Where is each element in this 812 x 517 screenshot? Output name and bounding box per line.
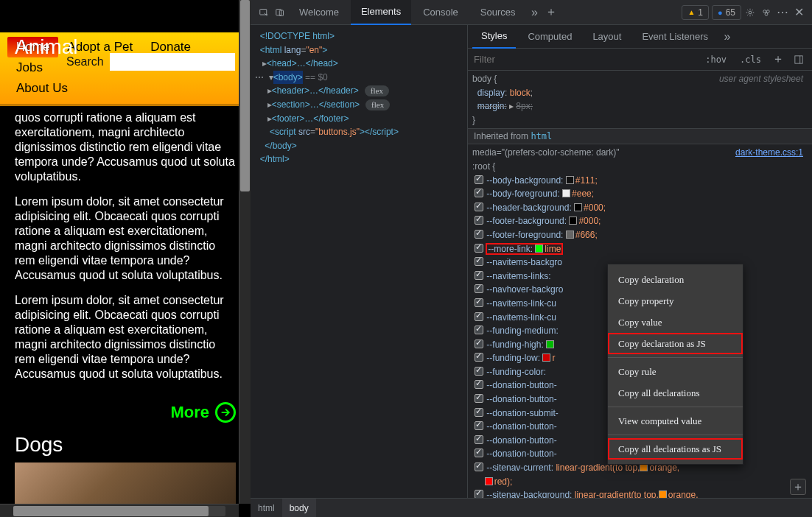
styles-tab-listeners[interactable]: Event Listeners bbox=[633, 25, 717, 49]
prop-checkbox[interactable] bbox=[475, 435, 483, 444]
prop-checkbox[interactable] bbox=[475, 203, 483, 211]
inspect-icon[interactable] bbox=[256, 5, 271, 20]
prop-checkbox[interactable] bbox=[475, 175, 483, 184]
ctx-copy-declaration[interactable]: Copy declaration bbox=[608, 269, 743, 290]
devtools-tabs: Welcome Elements Console Sources » ＋ 1 6… bbox=[251, 0, 812, 25]
crumb-body[interactable]: body bbox=[282, 499, 316, 518]
more-link[interactable]: More bbox=[0, 402, 251, 423]
ua-stylesheet-label: user agent stylesheet bbox=[719, 72, 803, 86]
paragraph: quos corrupti ratione a aliquam est exer… bbox=[15, 110, 236, 184]
add-rule-button[interactable]: ＋ bbox=[790, 479, 806, 495]
flex-badge[interactable]: flex bbox=[365, 85, 389, 96]
prop-checkbox[interactable] bbox=[475, 298, 483, 307]
styles-filter-input[interactable] bbox=[474, 54, 696, 65]
svg-point-4 bbox=[763, 10, 766, 13]
gear-icon[interactable] bbox=[743, 5, 757, 20]
dom-html-close: </html> bbox=[260, 154, 290, 164]
prop-checkbox[interactable] bbox=[475, 449, 483, 457]
devtools: Welcome Elements Console Sources » ＋ 1 6… bbox=[251, 0, 812, 517]
dom-body[interactable]: <body> bbox=[273, 72, 303, 82]
arrow-right-icon bbox=[215, 402, 236, 423]
nav-jobs[interactable]: Jobs bbox=[7, 57, 52, 78]
svg-rect-7 bbox=[795, 55, 802, 63]
cls-toggle[interactable]: .cls bbox=[736, 53, 765, 66]
svg-point-6 bbox=[765, 13, 768, 15]
section-heading: Dogs bbox=[0, 423, 251, 460]
kebab-icon[interactable]: ⋯ bbox=[775, 5, 790, 20]
flex-badge[interactable]: flex bbox=[365, 99, 390, 110]
tab-elements[interactable]: Elements bbox=[351, 0, 411, 25]
device-icon[interactable] bbox=[273, 5, 287, 20]
hov-toggle[interactable]: :hov bbox=[701, 53, 730, 66]
prop-checkbox[interactable] bbox=[475, 353, 483, 362]
prop-checkbox[interactable] bbox=[475, 216, 483, 225]
rule-selector[interactable]: body { bbox=[472, 74, 497, 84]
prop-checkbox[interactable] bbox=[475, 312, 483, 321]
vertical-scrollbar[interactable] bbox=[239, 0, 251, 504]
inherited-separator: Inherited from html bbox=[468, 128, 812, 144]
prop-checkbox[interactable] bbox=[475, 230, 483, 239]
page-preview: Animal Search Home Adopt a Pet Donate Jo… bbox=[0, 0, 251, 517]
prop-checkbox[interactable] bbox=[475, 408, 483, 417]
prop-checkbox[interactable] bbox=[475, 394, 483, 403]
styles-tab-layout[interactable]: Layout bbox=[584, 25, 630, 49]
highlighted-declaration[interactable]: --more-link: lime bbox=[486, 244, 562, 254]
val-margin[interactable]: 8px; bbox=[516, 101, 533, 111]
close-icon[interactable]: ✕ bbox=[791, 5, 806, 20]
styles-sidebar: Styles Computed Layout Event Listeners »… bbox=[468, 25, 812, 517]
prop-checkbox[interactable] bbox=[475, 257, 483, 266]
stylesheet-link[interactable]: dark-theme.css:1 bbox=[735, 146, 803, 160]
ctx-copy-declaration-js[interactable]: Copy declaration as JS bbox=[608, 333, 743, 354]
dom-selected-ref: == $0 bbox=[305, 72, 328, 82]
media-query: media="(prefers-color-scheme: dark)" bbox=[472, 147, 620, 158]
nav-about[interactable]: About Us bbox=[7, 78, 77, 99]
prop-checkbox[interactable] bbox=[475, 271, 483, 280]
rule-selector[interactable]: :root { bbox=[472, 161, 495, 172]
prop-checkbox[interactable] bbox=[475, 367, 483, 376]
ctx-copy-property[interactable]: Copy property bbox=[608, 290, 743, 312]
search-input[interactable] bbox=[110, 53, 235, 71]
breadcrumb: html body bbox=[251, 498, 812, 517]
rule-close: } bbox=[472, 115, 475, 125]
elements-tree[interactable]: <!DOCTYPE html> <html lang="en"> ▸<head>… bbox=[251, 25, 468, 517]
more-tabs-icon[interactable]: » bbox=[720, 29, 735, 44]
prop-checkbox[interactable] bbox=[475, 244, 483, 253]
prop-checkbox[interactable] bbox=[475, 380, 483, 389]
dom-section[interactable]: <section>…</section> bbox=[272, 99, 360, 110]
panel-layout-icon[interactable] bbox=[791, 52, 806, 67]
site-content: quos corrupti ratione a aliquam est exer… bbox=[0, 106, 251, 399]
styles-tab-computed[interactable]: Computed bbox=[519, 25, 581, 49]
prop-checkbox[interactable] bbox=[475, 189, 483, 197]
horizontal-scrollbar[interactable] bbox=[0, 504, 239, 517]
search-label: Search bbox=[66, 55, 104, 68]
more-tabs-icon[interactable]: » bbox=[528, 5, 542, 20]
crumb-html[interactable]: html bbox=[251, 499, 282, 518]
tab-console[interactable]: Console bbox=[413, 0, 469, 25]
ctx-copy-all-declarations-js[interactable]: Copy all declarations as JS bbox=[608, 438, 743, 460]
dom-footer[interactable]: <footer>…</footer> bbox=[272, 113, 349, 124]
svg-point-3 bbox=[749, 11, 752, 14]
info-badge[interactable]: 65 bbox=[712, 5, 741, 20]
prop-checkbox[interactable] bbox=[475, 340, 483, 348]
tab-sources[interactable]: Sources bbox=[470, 0, 526, 25]
warnings-badge[interactable]: 1 bbox=[682, 5, 709, 20]
ctx-copy-all-declarations[interactable]: Copy all declarations bbox=[608, 382, 743, 404]
prop-checkbox[interactable] bbox=[475, 326, 483, 334]
new-style-icon[interactable]: ＋ bbox=[771, 52, 785, 67]
context-menu: Copy declaration Copy property Copy valu… bbox=[607, 264, 743, 465]
prop-checkbox[interactable] bbox=[475, 463, 483, 471]
more-label: More bbox=[170, 403, 209, 422]
prop-checkbox[interactable] bbox=[475, 284, 483, 293]
prop-checkbox[interactable] bbox=[475, 421, 483, 430]
add-tab-icon[interactable]: ＋ bbox=[544, 5, 559, 20]
tab-welcome[interactable]: Welcome bbox=[289, 0, 349, 25]
experiment-icon[interactable] bbox=[759, 5, 774, 20]
styles-tab-styles[interactable]: Styles bbox=[472, 25, 516, 49]
ctx-copy-rule[interactable]: Copy rule bbox=[608, 361, 743, 382]
dom-head[interactable]: <head>…</head> bbox=[267, 58, 338, 68]
paragraph: Lorem ipsum dolor, sit amet consectetur … bbox=[15, 293, 236, 381]
dom-header[interactable]: <header>…</header> bbox=[272, 85, 359, 96]
ctx-view-computed[interactable]: View computed value bbox=[608, 410, 743, 432]
ctx-copy-value[interactable]: Copy value bbox=[608, 312, 743, 333]
prop-margin[interactable]: margin: bbox=[477, 101, 507, 111]
